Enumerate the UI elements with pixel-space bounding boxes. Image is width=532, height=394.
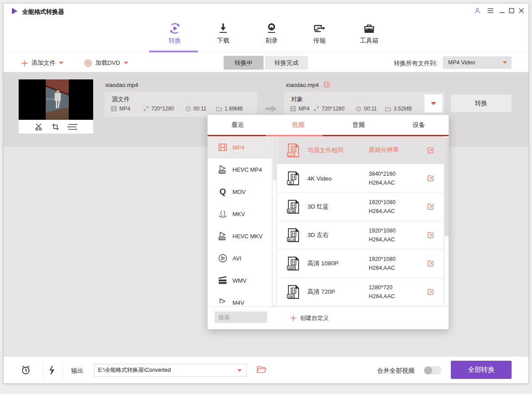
format-item-mp4[interactable]: MP4 [208,136,272,158]
convert-all-to-caret-icon [503,61,507,64]
preset-row-3d-lr[interactable]: 3D LR 3D 左右 1920*1080H264,AAC [277,221,445,249]
hevc-play-icon: HEVC [215,164,230,175]
tab-download[interactable]: 下载 [202,19,244,45]
popup-tab-audio[interactable]: 音频 [328,115,389,135]
schedule-alarm-icon[interactable] [20,365,31,375]
popup-tab-device[interactable]: 设备 [389,115,449,135]
convert-row-button[interactable]: 转换 [451,95,512,112]
convert-all-to-dropdown[interactable]: MP4 Video [443,56,512,69]
convert-all-to-label: 转换所有文件到: [376,59,437,67]
maximize-icon[interactable] [509,8,514,13]
close-icon[interactable] [519,8,524,13]
popup-footer: 创建自定义 [208,306,449,329]
output-path-caret-icon [237,369,242,372]
edit-preset-icon[interactable] [427,260,435,268]
convert-all-button[interactable]: 全部转换 [451,361,512,379]
tab-convert[interactable]: 转换 [154,19,196,45]
toolbox-icon [348,19,390,35]
rename-edit-icon[interactable] [323,81,331,88]
svg-text:source: source [288,154,295,156]
tab-toolbox[interactable]: 工具箱 [348,19,390,45]
high-speed-bolt-icon[interactable] [47,365,55,375]
dvd-disc-icon [84,59,92,67]
svg-text:HEVC: HEVC [219,238,225,240]
edit-preset-icon[interactable] [427,203,435,211]
edit-preset-icon[interactable] [427,288,435,296]
output-label: 输出 [71,367,83,375]
popup-tab-video[interactable]: 视频 [268,115,328,135]
source-preset-icon: source [285,142,301,158]
tab-finished[interactable]: 转换完成 [265,56,308,70]
source-title: 源文件 [112,95,130,103]
tab-transfer[interactable]: 传输 [298,19,341,45]
bottom-divider [62,362,63,379]
edit-tools-strip [19,120,93,134]
format-item-mov[interactable]: Q MOV [208,181,272,203]
format-item-hevc-mkv[interactable]: HEVC HEVC MKV [208,225,272,247]
svg-text:Q: Q [220,187,226,196]
app-logo-play-icon [11,7,19,15]
effects-sliders-icon[interactable] [67,123,77,131]
target-format-dropdown-button[interactable] [424,94,443,113]
format-list-scrollbar[interactable] [272,136,277,306]
load-dvd-label: 加载DVD [95,59,120,67]
tab-converting[interactable]: 转换中 [224,56,264,70]
output-path-dropdown[interactable] [94,364,247,377]
preset-row-3d-rb[interactable]: 3D RB 3D 红蓝 1920*1080H264,AAC [277,193,445,221]
video-frame: NICKOZI [46,79,69,120]
target-filename: xiaodao.mp4 [286,82,319,88]
merge-toggle[interactable] [424,366,441,374]
svg-text:720P: 720P [288,295,294,298]
preset-name: 3D 红蓝 [307,193,329,221]
svg-text:3D RB: 3D RB [288,210,295,213]
tab-burn[interactable]: 刻录 [250,19,293,45]
screen: 全能格式转换器 转换 下载 刻录 传输 [0,0,532,394]
popup-tab-recent[interactable]: 最近 [208,115,268,135]
clapperboard-icon [215,276,230,285]
account-icon[interactable] [474,7,481,14]
preset-row-4k[interactable]: 4K 4K Video 3840*2160H264,AAC [277,164,445,193]
edit-preset-icon[interactable] [427,231,435,239]
thumb-person-head [56,90,59,93]
format-item-m4v[interactable]: M4V [208,292,272,306]
plus-icon [290,315,296,321]
source-resolution: 720*1280 [143,106,174,112]
trim-scissors-icon[interactable] [35,123,43,131]
tab-toolbox-label: 工具箱 [348,37,390,45]
add-files-caret-icon [59,62,63,64]
open-folder-icon[interactable] [256,365,266,374]
minimize-icon[interactable] [499,8,505,13]
load-dvd-button[interactable]: 加载DVD [84,58,128,68]
target-title: 对象 [291,95,303,103]
tab-finished-label: 转换完成 [275,59,299,67]
format-item-mkv[interactable]: { } MKV [208,203,272,225]
add-files-button[interactable]: 添加文件 [21,58,63,68]
output-path-value[interactable] [95,367,237,374]
crop-icon[interactable] [51,123,59,131]
convert-row-button-label: 转换 [475,99,488,107]
clock-icon [356,106,361,111]
preset-row-hd-1080p[interactable]: 1080P 高清 1080P 1920*1080H264,AAC [277,249,445,278]
preset-name: 高清 1080P [307,249,339,278]
m4v-play-icon [215,297,230,306]
format-item-hevc-mp4[interactable]: HEVC HEVC MP4 [208,158,272,181]
source-info-box: 源文件 MP4 720*1280 00:11 1.69MB [105,91,257,117]
edit-preset-icon[interactable] [427,174,435,182]
hamburger-menu-icon[interactable] [487,8,494,13]
format-item-avi[interactable]: AVI [208,247,272,269]
preset-list-scrollbar-thumb[interactable] [445,138,449,236]
create-custom-label: 创建自定义 [300,314,329,322]
edit-preset-icon[interactable] [427,146,435,154]
preset-list-scrollbar[interactable] [444,136,449,303]
preset-row-same-as-source[interactable]: source 与源文件相同 原始分辨率 [277,136,445,164]
preset-name: 高清 720P [307,278,335,306]
search-input[interactable] [215,311,267,323]
app-title: 全能格式转换器 [22,8,64,16]
video-thumbnail[interactable]: NICKOZI [19,79,93,120]
preset-row-hd-720p[interactable]: 720P 高清 720P 1280*720H264,AAC [277,278,445,306]
format-list-scrollbar-thumb[interactable] [273,137,276,180]
create-custom-button[interactable]: 创建自定义 [290,307,329,329]
format-item-wmv[interactable]: WMV [208,269,272,292]
bottom-bar: 输出 合并全部视频 全部转换 [4,356,528,383]
thumb-person-leg [56,101,57,108]
